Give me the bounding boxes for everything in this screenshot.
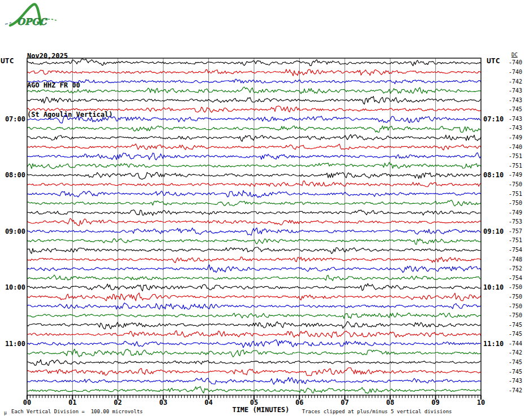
dc-value: -745	[509, 359, 522, 365]
helicorder-page: OPGC Nov20,2025 AGO HHZ FR 00 (St Agouli…	[0, 0, 525, 420]
hour-label-left: 07:00	[0, 115, 25, 123]
dc-value: -743	[509, 116, 522, 122]
dc-value: -754	[509, 275, 522, 281]
dc-value: -750	[509, 181, 522, 187]
dc-value: -743	[509, 97, 522, 103]
dc-value: -751	[509, 237, 522, 243]
hour-label-right: 10:10	[483, 283, 504, 291]
dc-value: -743	[509, 88, 522, 94]
dc-value: -753	[509, 218, 522, 225]
x-tick-label: 10	[474, 399, 488, 406]
x-tick-label: 00	[20, 399, 34, 406]
dc-value: -745	[509, 106, 522, 112]
footer-clip-note: Traces clipped at plus/minus 5 vertical …	[302, 409, 452, 414]
dc-value: -750	[509, 284, 522, 290]
dc-value: -740	[509, 59, 522, 65]
x-tick-label: 04	[202, 399, 216, 406]
dc-value: -749	[509, 172, 522, 178]
x-tick-label: 03	[156, 399, 170, 406]
dc-value: -745	[509, 331, 522, 337]
dc-value: -751	[509, 153, 522, 159]
hour-label-right: 08:10	[483, 171, 504, 179]
dc-value: -749	[509, 209, 522, 216]
dc-value: -742	[509, 387, 522, 393]
x-tick-label: 07	[338, 399, 352, 406]
x-tick-label: 01	[65, 399, 80, 406]
dc-value: -743	[509, 378, 522, 384]
footer-scale-note: Each Vertical Division = 100.00 microvol…	[11, 409, 143, 414]
x-tick-label: 06	[292, 399, 307, 406]
dc-value: -754	[509, 247, 522, 253]
dc-value: -744	[509, 340, 522, 347]
dc-value: -749	[509, 134, 522, 141]
dc-value: -751	[509, 163, 522, 169]
hour-label-left: 09:00	[0, 228, 25, 235]
hour-label-left: 10:00	[0, 283, 25, 291]
dc-value: -750	[509, 294, 522, 300]
dc-value: -740	[509, 144, 522, 150]
dc-value: -757	[509, 228, 522, 234]
dc-value: -752	[509, 265, 522, 272]
dc-value: -750	[509, 303, 522, 309]
dc-value: -742	[509, 78, 522, 85]
hour-label-right: 11:10	[483, 340, 504, 348]
dc-value: -751	[509, 191, 522, 197]
seismogram-plot	[0, 0, 525, 420]
dc-value: -750	[509, 200, 522, 206]
hour-label-left: 08:00	[0, 171, 25, 179]
x-axis-title: TIME (MINUTES)	[232, 406, 289, 414]
dc-value: -742	[509, 349, 522, 356]
hour-label-left: 11:00	[0, 340, 25, 348]
x-tick-label: 02	[111, 399, 125, 406]
dc-value: -748	[509, 256, 522, 262]
x-tick-label: 08	[383, 399, 397, 406]
dc-value: -745	[509, 322, 522, 328]
x-tick-label: 05	[247, 399, 261, 406]
hour-label-right: 09:10	[483, 228, 504, 235]
hour-label-right: 07:10	[483, 115, 504, 123]
footer-glyph: μ	[4, 410, 7, 415]
x-tick-label: 09	[428, 399, 443, 406]
dc-value: -743	[509, 125, 522, 131]
dc-value: -740	[509, 69, 522, 75]
dc-value: -745	[509, 369, 522, 375]
dc-value: -750	[509, 312, 522, 318]
